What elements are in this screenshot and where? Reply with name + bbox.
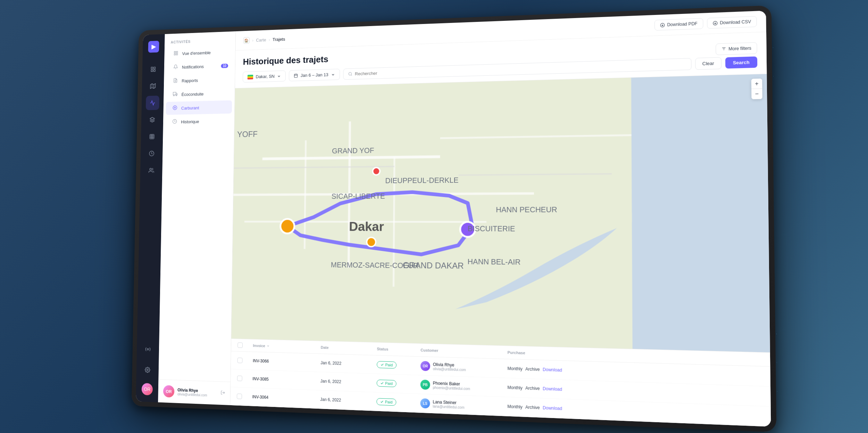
check-icon3 bbox=[380, 400, 384, 403]
svg-text:HANN PECHEUR: HANN PECHEUR bbox=[496, 205, 557, 214]
svg-text:BISCUITERIE: BISCUITERIE bbox=[468, 224, 515, 233]
sidebar-label-historique: Historique bbox=[181, 119, 199, 124]
row1-archive-btn[interactable]: Archive bbox=[525, 367, 540, 372]
footer-info: Olivia Rhye olivia@untitledui.com bbox=[177, 387, 217, 398]
row2-status: Paid bbox=[377, 379, 418, 388]
download-pdf-label: Download PDF bbox=[667, 21, 697, 27]
sidebar-item-ecoconduite[interactable]: Écoconduite bbox=[166, 87, 232, 101]
svg-rect-1 bbox=[154, 67, 156, 69]
historique-icon bbox=[172, 119, 177, 125]
sidebar-item-vue-ensemble[interactable]: Vue d'ensemble bbox=[167, 45, 233, 60]
rapports-icon bbox=[173, 78, 178, 84]
row1-date: Jan 6, 2022 bbox=[320, 360, 374, 367]
home-breadcrumb-icon[interactable]: 🏠 bbox=[243, 37, 250, 44]
sidebar-icon-clock[interactable] bbox=[145, 146, 158, 161]
svg-marker-24 bbox=[176, 93, 177, 95]
zoom-in-button[interactable]: + bbox=[751, 79, 762, 89]
row2-download-btn[interactable]: Download bbox=[543, 386, 562, 392]
th-customer: Customer bbox=[420, 347, 504, 355]
clear-button[interactable]: Clear bbox=[695, 57, 721, 70]
row1-purchase: Monthly Archive Download bbox=[508, 366, 762, 379]
vue-ensemble-icon bbox=[173, 51, 178, 57]
svg-line-43 bbox=[351, 75, 352, 75]
notifications-icon bbox=[173, 64, 178, 70]
sidebar-icon-layers[interactable] bbox=[145, 113, 159, 127]
sidebar-label-vue: Vue d'ensemble bbox=[182, 50, 211, 56]
sidebar-item-notifications[interactable]: Notifications 10 bbox=[167, 59, 233, 74]
row2-checkbox[interactable] bbox=[237, 376, 250, 382]
sidebar-item-historique[interactable]: Historique bbox=[166, 114, 232, 129]
row3-status-badge: Paid bbox=[376, 398, 396, 406]
sidebar-icon-grid[interactable] bbox=[145, 129, 159, 144]
th-checkbox bbox=[237, 342, 250, 348]
user-avatar-narrow[interactable]: OR bbox=[142, 383, 153, 395]
sidebar-icon-activity[interactable] bbox=[146, 96, 159, 110]
svg-point-15 bbox=[147, 349, 149, 350]
sidebar-icon-users[interactable] bbox=[144, 163, 158, 178]
location-filter[interactable]: Dakar, SN bbox=[243, 71, 286, 83]
check-icon2 bbox=[380, 382, 384, 385]
svg-text:SICAP-LIBERTE: SICAP-LIBERTE bbox=[332, 192, 385, 200]
row3-invoice: INV-3064 bbox=[252, 394, 317, 402]
date-label: Jan 6 – Jan 13 bbox=[301, 72, 328, 78]
download-csv-button[interactable]: Download CSV bbox=[707, 16, 757, 29]
breadcrumb-sep1: › bbox=[252, 38, 253, 42]
row3-purchase: Monthly Archive Download bbox=[507, 404, 763, 419]
row1-customer-info: Olivia Rhye olivia@untitledui.com bbox=[433, 362, 466, 371]
date-filter[interactable]: Jan 6 – Jan 13 bbox=[289, 69, 340, 81]
row1-status-badge: Paid bbox=[377, 361, 397, 369]
sidebar-label-rapports: Rapports bbox=[182, 78, 198, 83]
header-checkbox[interactable] bbox=[237, 342, 243, 348]
sidebar-icon-settings2[interactable] bbox=[141, 342, 155, 357]
svg-rect-3 bbox=[151, 70, 153, 72]
row2-purchase: Monthly Archive Download bbox=[507, 385, 762, 399]
zoom-out-button[interactable]: − bbox=[751, 89, 762, 99]
svg-point-27 bbox=[173, 106, 177, 110]
svg-point-14 bbox=[150, 168, 151, 170]
svg-rect-20 bbox=[174, 54, 175, 55]
svg-rect-0 bbox=[151, 67, 153, 69]
svg-rect-17 bbox=[174, 51, 175, 53]
download-pdf-button[interactable]: Download PDF bbox=[654, 18, 703, 31]
search-button[interactable]: Search bbox=[725, 56, 757, 68]
location-chevron-icon bbox=[277, 74, 281, 78]
sidebar-icon-home[interactable] bbox=[147, 62, 160, 76]
row3-archive-btn[interactable]: Archive bbox=[525, 405, 540, 410]
row2-customer-info: Phoenix Baker phoenix@untitledui.com bbox=[433, 381, 470, 391]
sidebar-wide: Activités Vue d'ensemble Notifications 1… bbox=[158, 31, 236, 405]
svg-point-25 bbox=[173, 95, 174, 96]
sidebar-icon-gear[interactable] bbox=[141, 362, 155, 377]
logout-icon[interactable] bbox=[220, 390, 225, 397]
svg-rect-8 bbox=[150, 134, 154, 139]
breadcrumb-carte[interactable]: Carte bbox=[256, 37, 266, 42]
main-content: 🏠 › Carte › Trajets Download PDF bbox=[230, 11, 771, 427]
row3-checkbox[interactable] bbox=[237, 393, 250, 399]
sidebar-item-rapports[interactable]: Rapports bbox=[166, 73, 233, 88]
sidebar-label-carburant: Carburant bbox=[181, 105, 199, 111]
sidebar-label-notifications: Notifications bbox=[182, 64, 204, 70]
app-logo[interactable]: ▶ bbox=[148, 41, 159, 52]
svg-text:Dakar: Dakar bbox=[349, 219, 384, 234]
svg-marker-7 bbox=[150, 117, 155, 120]
ecoconduite-icon bbox=[172, 91, 178, 97]
location-label: Dakar, SN bbox=[256, 74, 275, 79]
more-filters-button[interactable]: More filters bbox=[716, 42, 757, 55]
filter-icon bbox=[721, 47, 726, 51]
svg-rect-2 bbox=[153, 70, 155, 72]
svg-point-28 bbox=[174, 107, 175, 108]
map-background: YOFF GRAND YOF DIEUPPEUL-DERKLE SICAP-LI… bbox=[231, 74, 770, 352]
row3-download-btn[interactable]: Download bbox=[543, 405, 562, 411]
row1-checkbox[interactable] bbox=[237, 358, 250, 363]
row1-status: Paid bbox=[377, 361, 418, 369]
th-invoice[interactable]: Invoice bbox=[253, 343, 318, 350]
row1-download-btn[interactable]: Download bbox=[543, 367, 562, 373]
date-chevron-icon bbox=[331, 72, 335, 76]
sidebar-icon-map[interactable] bbox=[146, 79, 160, 93]
row2-date: Jan 6, 2022 bbox=[320, 379, 374, 385]
row1-avatar: OR bbox=[420, 361, 430, 371]
svg-text:YOFF: YOFF bbox=[237, 129, 258, 139]
row2-archive-btn[interactable]: Archive bbox=[525, 386, 540, 391]
row2-avatar: PB bbox=[420, 379, 430, 390]
breadcrumb-trajets: Trajets bbox=[273, 36, 285, 42]
sidebar-item-carburant[interactable]: Carburant bbox=[166, 100, 232, 115]
